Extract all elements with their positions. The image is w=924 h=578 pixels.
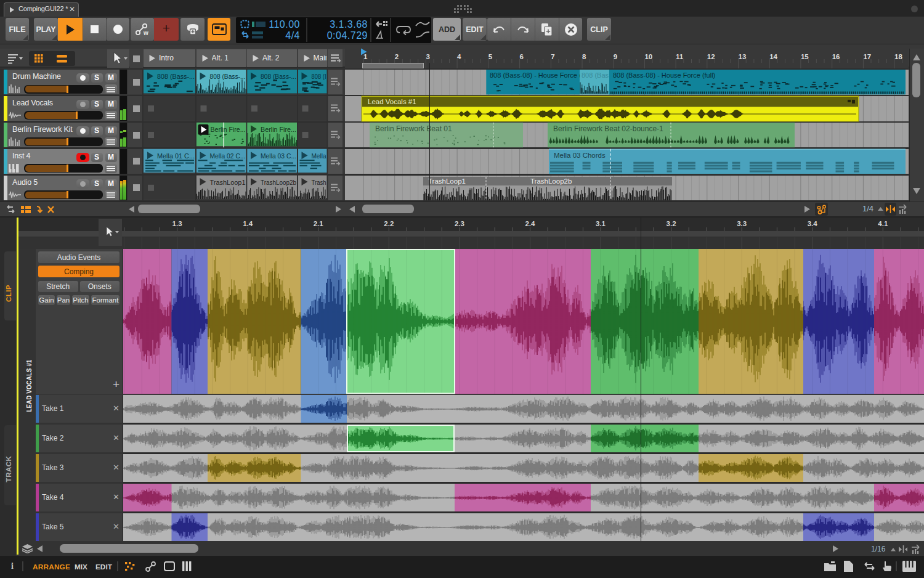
svg-text:808 (Bass-08) - House Force (f: 808 (Bass-08) - House Force (full): [613, 71, 715, 79]
svg-text:Mella 03 Chords: Mella 03 Chords: [554, 152, 606, 159]
svg-text:Berlin Firework Beat 01: Berlin Firework Beat 01: [375, 124, 452, 133]
svg-text:Mella 02 C...: Mella 02 C...: [210, 152, 246, 160]
svg-text:TrashLoop2b: TrashLoop2b: [261, 179, 296, 186]
svg-text:Berlin Fire...: Berlin Fire...: [261, 126, 296, 133]
svg-text:Mella 03 C...: Mella 03 C...: [261, 152, 296, 160]
svg-text:Mella 01 C...: Mella 01 C...: [157, 152, 195, 160]
svg-text:TrashLoop2b: TrashLoop2b: [530, 177, 572, 185]
svg-text:808 (Bass-08) - House Force (: 808 (Bass-08) - House Force (: [490, 71, 582, 79]
svg-text:Berlin Fire...: Berlin Fire...: [211, 126, 246, 133]
svg-text:TrashLoop1: TrashLoop1: [210, 179, 246, 186]
svg-text:TrashLoop1: TrashLoop1: [428, 177, 466, 185]
svg-text:Berlin Firework Beat 02-bounce: Berlin Firework Beat 02-bounce-1: [553, 124, 663, 133]
svg-text:Lead Vocals #1: Lead Vocals #1: [368, 98, 416, 105]
svg-text:808 (Bass-...: 808 (Bass-...: [261, 73, 296, 80]
svg-text:Trash: Trash: [312, 179, 326, 186]
svg-text:808 (Bass-...: 808 (Bass-...: [157, 73, 195, 80]
svg-text:808 (I: 808 (I: [312, 73, 326, 80]
svg-text:Mella: Mella: [312, 152, 327, 160]
svg-text:808 (Bass-...: 808 (Bass-...: [210, 73, 246, 80]
svg-text:808 (Bas: 808 (Bas: [582, 71, 609, 79]
